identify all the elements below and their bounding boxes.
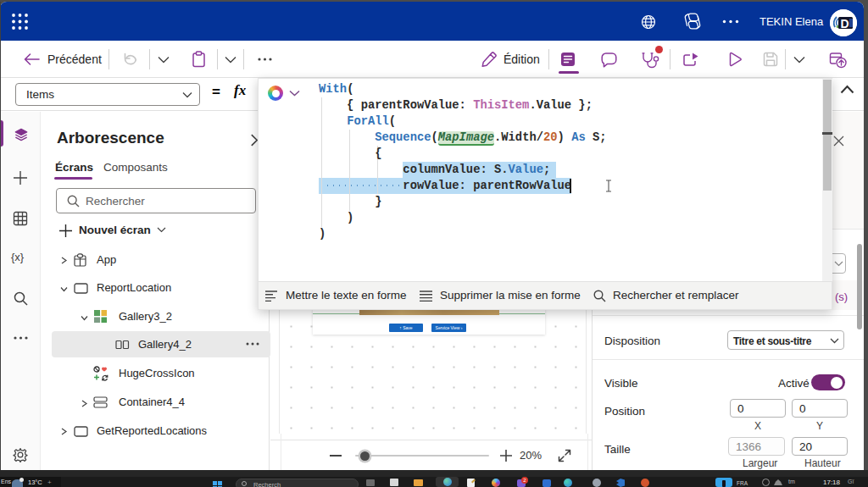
svg-text:D: D bbox=[841, 17, 849, 30]
